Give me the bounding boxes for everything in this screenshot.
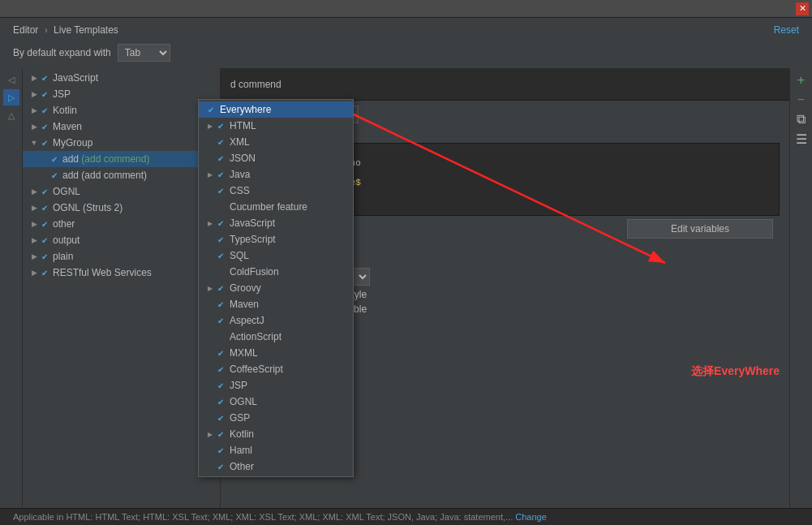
dropdown-label-ognl: OGNL (230, 396, 257, 407)
tree-arrow-add2 (39, 170, 49, 180)
dropdown-item-aspectj[interactable]: ✔ AspectJ (199, 312, 353, 329)
tree-label-output: output (53, 235, 79, 246)
tree-arrow-maven: ▶ (29, 122, 39, 131)
tree-label-jsp: JSP (53, 88, 71, 100)
dropdown-arrow-html: ▶ (205, 123, 215, 130)
tree-check-restful: ✔ (39, 267, 50, 278)
change-link[interactable]: Change (515, 512, 547, 522)
dropdown-item-haml[interactable]: ✔ Haml (199, 442, 353, 458)
tree-arrow-ognl: ▶ (29, 187, 39, 196)
tree-label-other: other (53, 218, 75, 230)
sidebar-icon-2[interactable]: ▷ (3, 89, 19, 105)
dropdown-label-haml: Haml (230, 445, 252, 456)
dropdown-item-actionscript[interactable]: ✔ ActionScript (199, 329, 353, 345)
tree-item-restful[interactable]: ▶ ✔ RESTful Web Services (23, 265, 220, 281)
dropdown-check-mxml: ✔ (215, 347, 226, 359)
breadcrumb-editor: Editor (13, 24, 38, 36)
remove-template-button[interactable]: − (793, 91, 810, 109)
expand-with-select[interactable]: Tab Enter Space (118, 44, 170, 62)
tree-label-restful: RESTful Web Services (53, 267, 152, 278)
dropdown-item-groovy[interactable]: ▶ ✔ Groovy (199, 280, 353, 296)
tree-item-kotlin[interactable]: ▶ ✔ Kotlin (23, 102, 220, 118)
dropdown-item-javascript[interactable]: ▶ ✔ JavaScript (199, 215, 353, 231)
breadcrumb-sep: › (45, 24, 48, 36)
reset-button[interactable]: Reset (774, 24, 799, 36)
tree-arrow-plain: ▶ (29, 252, 39, 261)
menu-template-button[interactable]: ☰ (793, 130, 810, 148)
annotation-label: 选择EveryWhere (691, 364, 780, 379)
dropdown-item-mxml[interactable]: ✔ MXML (199, 345, 353, 361)
dropdown-label-json: JSON (230, 153, 256, 164)
dropdown-item-cucumber[interactable]: ✔ Cucumber feature (199, 199, 353, 215)
dropdown-check-cucumber: ✔ (215, 201, 226, 213)
tree-check-plain: ✔ (39, 251, 50, 262)
tree-item-javascript[interactable]: ▶ ✔ JavaScript (23, 70, 220, 86)
dropdown-item-coffeescript[interactable]: ✔ CoffeeScript (199, 361, 353, 377)
tree-item-other[interactable]: ▶ ✔ other (23, 216, 220, 232)
dropdown-arrow-javascript: ▶ (205, 220, 215, 227)
dropdown-item-typescript[interactable]: ✔ TypeScript (199, 231, 353, 247)
dropdown-label-everywhere: Everywhere (220, 104, 271, 115)
dropdown-check-gsp: ✔ (215, 412, 226, 424)
tree-item-add1[interactable]: ✔ add (add commend) (23, 151, 220, 167)
dropdown-check-jsp: ✔ (215, 380, 226, 391)
dropdown-label-sql: SQL (230, 250, 249, 261)
sidebar-icon-1[interactable]: ◁ (3, 71, 19, 88)
sidebar-icon-3[interactable]: △ (3, 107, 19, 123)
tree-check-kotlin: ✔ (39, 105, 50, 116)
tree-check-other: ✔ (39, 218, 50, 230)
tree-item-add2[interactable]: ✔ add (add comment) (23, 167, 220, 183)
dropdown-item-jsp[interactable]: ✔ JSP (199, 377, 353, 394)
tree-item-mygroup[interactable]: ▼ ✔ MyGroup (23, 135, 220, 151)
dropdown-arrow-kotlin: ▶ (205, 431, 215, 438)
content-area: ◁ ▷ △ ▶ ✔ JavaScript ▶ ✔ JSP ▶ ✔ Kotlin (0, 68, 812, 508)
dropdown-item-sql[interactable]: ✔ SQL (199, 247, 353, 264)
dropdown-item-coldfusion[interactable]: ✔ ColdFusion (199, 264, 353, 280)
dropdown-item-java[interactable]: ▶ ✔ Java (199, 166, 353, 183)
dropdown-item-ognl[interactable]: ✔ OGNL (199, 394, 353, 410)
dialog: Editor › Live Templates Reset By default… (0, 18, 812, 525)
tree-arrow-kotlin: ▶ (29, 105, 39, 115)
dropdown-label-css: CSS (230, 185, 250, 196)
add-template-button[interactable]: + (793, 71, 810, 89)
tree-label-javascript: JavaScript (53, 72, 98, 84)
dropdown-item-everywhere[interactable]: ✔ Everywhere (199, 101, 353, 118)
tree-label-plain: plain (53, 251, 73, 262)
tree-item-plain[interactable]: ▶ ✔ plain (23, 248, 220, 265)
dropdown-check-haml: ✔ (215, 445, 226, 456)
tree-check-ognl: ✔ (39, 186, 50, 197)
tree-item-ognl[interactable]: ▶ ✔ OGNL (23, 183, 220, 200)
dropdown-item-json[interactable]: ✔ JSON (199, 150, 353, 166)
copy-template-button[interactable]: ⧉ (793, 110, 810, 128)
dropdown-item-maven[interactable]: ✔ Maven (199, 296, 353, 312)
tree-check-add2: ✔ (49, 170, 60, 181)
tree-arrow-output: ▶ (29, 235, 39, 245)
dropdown-item-css[interactable]: ✔ CSS (199, 183, 353, 199)
tree-arrow-javascript: ▶ (29, 73, 39, 83)
tree-item-maven[interactable]: ▶ ✔ Maven (23, 118, 220, 135)
dropdown-item-html[interactable]: ▶ ✔ HTML (199, 118, 353, 134)
template-tree: ▶ ✔ JavaScript ▶ ✔ JSP ▶ ✔ Kotlin ▶ ✔ Ma… (23, 68, 221, 508)
close-button[interactable]: ✕ (796, 2, 809, 15)
tree-item-output[interactable]: ▶ ✔ output (23, 232, 220, 248)
dropdown-check-actionscript: ✔ (215, 331, 226, 342)
tree-check-jsp: ✔ (39, 88, 50, 100)
dropdown-item-other[interactable]: ✔ Other (199, 458, 353, 475)
dropdown-check-javascript: ✔ (215, 217, 226, 229)
tree-item-ognl-struts[interactable]: ▶ ✔ OGNL (Struts 2) (23, 200, 220, 216)
breadcrumb-live-templates: Live Templates (54, 24, 118, 36)
dropdown-item-xml[interactable]: ✔ XML (199, 134, 353, 150)
dropdown-check-ognl: ✔ (215, 396, 226, 407)
tree-label-ognl: OGNL (53, 186, 80, 197)
tree-item-jsp[interactable]: ▶ ✔ JSP (23, 86, 220, 102)
dropdown-label-xml: XML (230, 136, 250, 148)
dropdown-item-gsp[interactable]: ✔ GSP (199, 410, 353, 426)
template-display: d commend (221, 68, 789, 101)
applicable-text: Applicable in HTML: HTML Text; HTML: XSL… (13, 512, 513, 522)
edit-variables-button[interactable]: Edit variables (627, 219, 773, 239)
applicable-bar: Applicable in HTML: HTML Text; HTML: XSL… (0, 508, 812, 525)
dropdown-label-kotlin: Kotlin (230, 428, 254, 440)
tree-arrow-jsp: ▶ (29, 89, 39, 99)
dropdown-label-mxml: MXML (230, 347, 258, 359)
dropdown-item-kotlin[interactable]: ▶ ✔ Kotlin (199, 426, 353, 442)
